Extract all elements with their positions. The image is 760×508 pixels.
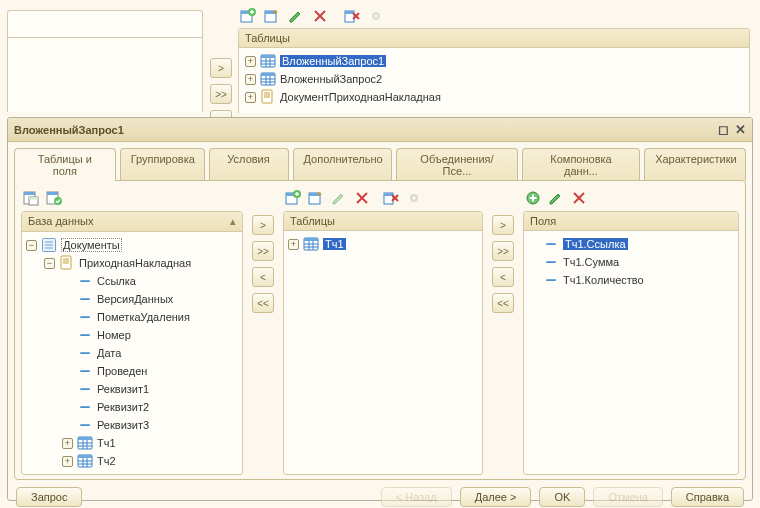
- expand-icon[interactable]: +: [62, 456, 73, 467]
- tab-additional[interactable]: Дополнительно: [293, 148, 393, 181]
- table-row[interactable]: + ДокументПриходнаяНакладная: [245, 88, 743, 106]
- edit-button[interactable]: [286, 6, 306, 26]
- fields-to-tables-button[interactable]: <: [492, 267, 514, 287]
- field-icon: [77, 363, 93, 379]
- move-right-button[interactable]: >: [210, 58, 232, 78]
- tables-settings-button: [404, 188, 424, 208]
- tables-edit-button: [329, 188, 349, 208]
- tree-field[interactable]: ВерсияДанных: [26, 290, 238, 308]
- db-to-tables-button[interactable]: >: [252, 215, 274, 235]
- docs-folder-icon: [41, 237, 57, 253]
- tree-field[interactable]: Проведен: [26, 362, 238, 380]
- tree-field[interactable]: Реквизит3: [26, 416, 238, 434]
- ok-button[interactable]: OK: [539, 487, 585, 507]
- collapse-icon[interactable]: −: [26, 240, 37, 251]
- table-row[interactable]: + ВложенныйЗапрос1: [245, 52, 743, 70]
- tab-composition[interactable]: Компоновка данн...: [522, 148, 640, 181]
- field-icon: [543, 236, 559, 252]
- tree-field[interactable]: Номер: [26, 326, 238, 344]
- nested-confirm-button[interactable]: [44, 188, 64, 208]
- fields-to-tables-all-button[interactable]: <<: [492, 293, 514, 313]
- query-button[interactable]: Запрос: [16, 487, 82, 507]
- field-icon: [77, 399, 93, 415]
- tab-characteristics[interactable]: Характеристики: [644, 148, 746, 181]
- tree-field[interactable]: Дата: [26, 344, 238, 362]
- table-row[interactable]: + ВложенныйЗапрос2: [245, 70, 743, 88]
- tables-to-db-button[interactable]: <: [252, 267, 274, 287]
- document-icon: [59, 255, 75, 271]
- settings-button: [366, 6, 386, 26]
- delete-table-button[interactable]: [342, 6, 362, 26]
- field-icon: [77, 291, 93, 307]
- table-icon: [303, 236, 319, 252]
- tables-to-fields-all-button[interactable]: >>: [492, 241, 514, 261]
- tables-panel-header: Таблицы: [284, 212, 482, 231]
- tab-grouping[interactable]: Группировка: [120, 148, 205, 181]
- close-button[interactable]: ✕: [735, 122, 746, 137]
- replace-table-button[interactable]: [262, 6, 282, 26]
- tree-field[interactable]: ПометкаУдаления: [26, 308, 238, 326]
- tree-root[interactable]: − Документы: [26, 236, 238, 254]
- document-icon: [260, 89, 276, 105]
- expand-icon[interactable]: +: [245, 74, 256, 85]
- tables-replace-button[interactable]: [306, 188, 326, 208]
- tab-unions[interactable]: Объединения/Псе...: [396, 148, 518, 181]
- field-icon: [77, 417, 93, 433]
- field-row[interactable]: Тч1.Сумма: [528, 253, 734, 271]
- maximize-button[interactable]: ◻: [718, 122, 729, 137]
- tree-tablepart[interactable]: +Тч1: [26, 434, 238, 452]
- field-icon: [77, 381, 93, 397]
- scroll-up-icon[interactable]: ▴: [230, 215, 236, 228]
- tabstrip: Таблицы и поля Группировка Условия Допол…: [8, 142, 752, 181]
- fields-delete-button[interactable]: [569, 188, 589, 208]
- top-tables-header: Таблицы: [239, 29, 749, 48]
- table-icon: [260, 53, 276, 69]
- expand-icon[interactable]: +: [245, 56, 256, 67]
- back-button: < Назад: [381, 487, 452, 507]
- tree-field[interactable]: Реквизит2: [26, 398, 238, 416]
- db-panel-header: База данных: [28, 215, 94, 228]
- help-button[interactable]: Справка: [671, 487, 744, 507]
- tables-to-fields-button[interactable]: >: [492, 215, 514, 235]
- field-icon: [543, 254, 559, 270]
- designer-title: ВложенныйЗапрос1: [14, 124, 124, 136]
- left-empty-panel: [7, 10, 203, 112]
- table-row[interactable]: + Тч1: [288, 235, 478, 253]
- table-icon: [77, 453, 93, 469]
- move-right-all-button[interactable]: >>: [210, 84, 232, 104]
- tab-tables-fields[interactable]: Таблицы и поля: [14, 148, 116, 181]
- fields-edit-button[interactable]: [546, 188, 566, 208]
- collapse-icon[interactable]: −: [44, 258, 55, 269]
- tables-delete-button[interactable]: [352, 188, 372, 208]
- field-icon: [77, 327, 93, 343]
- delete-button[interactable]: [310, 6, 330, 26]
- nested-query-button[interactable]: [21, 188, 41, 208]
- tree-field[interactable]: Ссылка: [26, 272, 238, 290]
- expand-icon[interactable]: +: [62, 438, 73, 449]
- field-row[interactable]: Тч1.Ссылка: [528, 235, 734, 253]
- table-icon: [260, 71, 276, 87]
- tables-add-button[interactable]: [283, 188, 303, 208]
- table-icon: [77, 435, 93, 451]
- tables-deltable-button[interactable]: [381, 188, 401, 208]
- field-row[interactable]: Тч1.Количество: [528, 271, 734, 289]
- tree-doc[interactable]: − ПриходнаяНакладная: [26, 254, 238, 272]
- fields-panel-header: Поля: [524, 212, 738, 231]
- add-table-button[interactable]: [238, 6, 258, 26]
- tab-conditions[interactable]: Условия: [209, 148, 289, 181]
- field-icon: [543, 272, 559, 288]
- db-to-tables-all-button[interactable]: >>: [252, 241, 274, 261]
- next-button[interactable]: Далее >: [460, 487, 532, 507]
- field-icon: [77, 309, 93, 325]
- cancel-button: Отмена: [593, 487, 662, 507]
- expand-icon[interactable]: +: [245, 92, 256, 103]
- tree-field[interactable]: Реквизит1: [26, 380, 238, 398]
- field-icon: [77, 345, 93, 361]
- expand-icon[interactable]: +: [288, 239, 299, 250]
- field-icon: [77, 273, 93, 289]
- tree-tablepart[interactable]: +Тч2: [26, 452, 238, 470]
- tables-to-db-all-button[interactable]: <<: [252, 293, 274, 313]
- fields-add-button[interactable]: [523, 188, 543, 208]
